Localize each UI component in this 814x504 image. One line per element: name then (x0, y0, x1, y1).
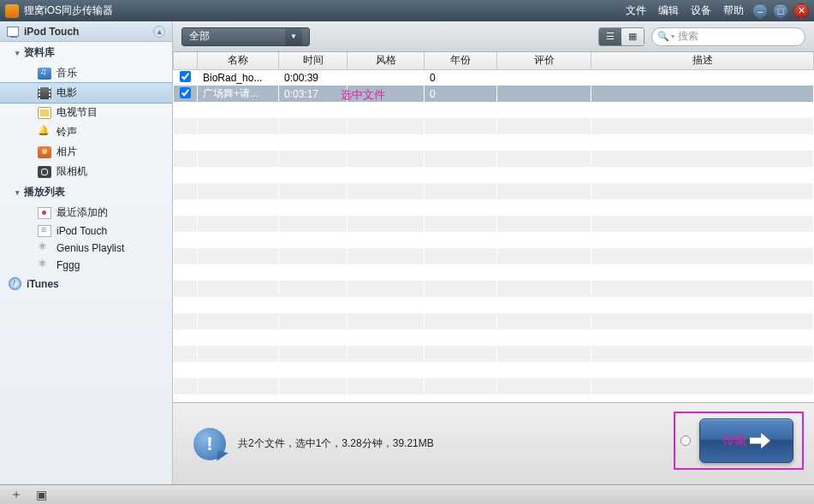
col-check[interactable] (174, 52, 198, 69)
transfer-radio[interactable] (680, 436, 691, 446)
status-bar: ! 共2个文件，选中1个，3.28分钟，39.21MB 传输 (173, 402, 814, 484)
table-row (174, 183, 814, 199)
cell-name: BioRad_ho... (198, 69, 279, 86)
table-row (174, 346, 814, 362)
table-row (174, 313, 814, 329)
sidebar-item-music[interactable]: 音乐 (0, 63, 172, 83)
tv-icon (38, 107, 51, 119)
col-time[interactable]: 时间 (279, 52, 348, 69)
search-icon: 🔍 (657, 31, 669, 42)
table-row[interactable]: 广场舞+请...0:03:170 (174, 86, 814, 102)
bell-icon (38, 127, 51, 139)
row-checkbox[interactable] (180, 87, 191, 98)
toolbar: 全部 ▼ ☰ ▦ 🔍 ▾ 搜索 (173, 21, 814, 52)
app-title: 狸窝iOS同步传输器 (24, 3, 626, 18)
expand-button[interactable]: ▣ (36, 488, 47, 501)
device-icon (7, 27, 19, 37)
menu-file[interactable]: 文件 (626, 3, 646, 18)
cell-time: 0:03:17 (279, 86, 348, 102)
camera-icon (38, 166, 51, 178)
table-row (174, 199, 814, 216)
sidebar-item-movie[interactable]: 电影 (0, 83, 172, 103)
sidebar-tree: 资料库音乐电影电视节目铃声相片限相机播放列表最近添加的iPod TouchGen… (0, 42, 172, 484)
col-name[interactable]: 名称 (198, 52, 279, 69)
sidebar-item-photo[interactable]: 相片 (0, 142, 172, 162)
bottom-bar: ＋ ▣ (0, 484, 814, 504)
itunes-icon (9, 277, 21, 290)
table-row[interactable]: BioRad_ho...0:00:390 (174, 69, 814, 86)
movie-icon (38, 87, 51, 99)
menu-edit[interactable]: 编辑 (658, 3, 679, 18)
table-header-row: 名称 时间 风格 年份 评价 描述 (174, 52, 814, 69)
info-icon: ! (193, 428, 226, 460)
sidebar-item-label: 电影 (56, 86, 77, 100)
sidebar-itunes[interactable]: iTunes (0, 274, 172, 294)
table-row (174, 102, 814, 118)
view-grid-button[interactable]: ▦ (621, 28, 644, 45)
collapse-icon[interactable]: ▴ (153, 26, 165, 38)
app-icon (5, 4, 19, 18)
sidebar-item-genius[interactable]: Genius Playlist (0, 240, 172, 257)
itunes-label: iTunes (27, 278, 59, 290)
cell-rating (497, 69, 591, 86)
col-rating[interactable]: 评价 (497, 52, 591, 69)
sidebar-item-bell[interactable]: 铃声 (0, 122, 172, 142)
sidebar-item-tv[interactable]: 电视节目 (0, 103, 172, 122)
search-input[interactable]: 🔍 ▾ 搜索 (651, 27, 805, 46)
pl2-icon (38, 225, 51, 237)
menu-help[interactable]: 帮助 (723, 3, 744, 18)
tree-group[interactable]: 播放列表 (0, 181, 172, 203)
menu-device[interactable]: 设备 (691, 3, 711, 18)
col-style[interactable]: 风格 (348, 52, 425, 69)
photo-icon (38, 146, 51, 158)
table-row (174, 297, 814, 313)
genius-icon (38, 259, 51, 271)
col-desc[interactable]: 描述 (591, 52, 814, 69)
cell-year: 0 (425, 69, 497, 86)
cell-year: 0 (425, 86, 497, 102)
view-list-button[interactable]: ☰ (599, 28, 621, 45)
table-row (174, 362, 814, 378)
table-row (174, 378, 814, 394)
cell-style (348, 69, 425, 86)
table: 名称 时间 风格 年份 评价 描述 BioRad_ho...0:00:390广场… (173, 52, 814, 402)
pl-icon (38, 207, 51, 219)
filter-dropdown[interactable]: 全部 ▼ (181, 27, 310, 46)
maximize-button[interactable]: □ (773, 3, 788, 19)
transfer-button[interactable]: 传输 (699, 418, 793, 463)
cell-name: 广场舞+请... (198, 86, 279, 102)
sidebar-device-header[interactable]: iPod Touch ▴ (0, 21, 172, 42)
cell-desc (591, 86, 814, 102)
add-button[interactable]: ＋ (10, 487, 22, 502)
sidebar-item-label: Fggg (56, 259, 80, 271)
close-button[interactable]: ✕ (793, 3, 809, 19)
table-row (174, 134, 814, 151)
sidebar-item-label: 音乐 (56, 66, 77, 80)
chevron-down-icon: ▼ (285, 28, 302, 45)
row-checkbox[interactable] (180, 71, 191, 82)
arrow-right-icon (750, 433, 770, 448)
cell-time: 0:00:39 (279, 69, 348, 86)
transfer-label: 传输 (722, 433, 746, 448)
title-bar: 狸窝iOS同步传输器 文件 编辑 设备 帮助 – □ ✕ (0, 0, 814, 21)
content-area: 全部 ▼ ☰ ▦ 🔍 ▾ 搜索 名称 时间 (173, 21, 814, 484)
filter-label: 全部 (189, 29, 210, 44)
tree-group[interactable]: 资料库 (0, 42, 172, 63)
minimize-button[interactable]: – (752, 3, 768, 19)
sidebar-item-label: iPod Touch (56, 225, 107, 237)
sidebar-item-pl2[interactable]: iPod Touch (0, 222, 172, 240)
table-row (174, 248, 814, 264)
search-placeholder: 搜索 (678, 29, 698, 44)
sidebar-item-genius[interactable]: Fggg (0, 257, 172, 274)
table-row (174, 329, 814, 346)
table-row (174, 264, 814, 281)
col-year[interactable]: 年份 (425, 52, 497, 69)
chevron-down-icon: ▾ (671, 33, 674, 40)
table-row (174, 216, 814, 232)
device-name: iPod Touch (24, 26, 79, 38)
table-row (174, 151, 814, 167)
sidebar-item-camera[interactable]: 限相机 (0, 162, 172, 181)
sidebar-item-pl[interactable]: 最近添加的 (0, 203, 172, 222)
sidebar-item-label: 电视节目 (56, 105, 98, 120)
transfer-highlight: 传输 (674, 412, 804, 470)
